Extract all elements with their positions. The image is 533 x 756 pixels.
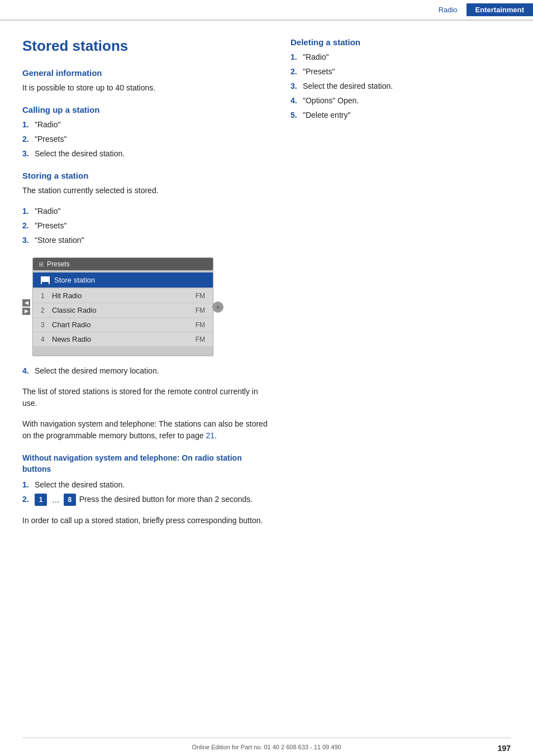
station-row-4[interactable]: 4 News Radio FM: [33, 332, 213, 346]
nav-entertainment[interactable]: Entertainment: [467, 3, 533, 16]
calling-up-steps: 1. "Radio" 2. "Presets" 3. Select the de…: [22, 119, 268, 160]
step-number: 4.: [291, 95, 303, 107]
step-number: 1.: [291, 51, 303, 63]
presets-header-label: Presets: [47, 260, 70, 268]
step-text: "Store station": [35, 235, 84, 246]
without-nav-title: Without navigation system and telephone:…: [22, 453, 268, 475]
calling-up-title: Calling up a station: [22, 105, 268, 114]
mockup-left-arrows: ◀ ▶: [22, 299, 30, 315]
store-station-icon: [41, 276, 50, 284]
step-text: "Presets": [303, 66, 335, 78]
step-number: 2.: [291, 66, 303, 78]
step-text: Select the desired memory location.: [35, 365, 159, 377]
without-nav-steps: 1. Select the desired station. 2. 1 … 8 …: [22, 479, 268, 506]
footer: Online Edition for Part no. 01 40 2 608 …: [0, 738, 533, 756]
top-navigation: Radio Entertainment: [0, 0, 533, 21]
list-item: 2. "Presets": [22, 133, 268, 145]
step-number: 2.: [22, 133, 35, 145]
mockup-right-plus: +: [212, 302, 223, 313]
arrow-left-icon: ◀: [22, 299, 30, 307]
dots-icon: …: [52, 495, 60, 504]
step-number: 1.: [22, 119, 35, 131]
step2-text: Press the desired button for more than 2…: [79, 495, 253, 504]
list-item: 4. "Options" Open.: [291, 95, 503, 107]
presets-mockup: ⊞ Presets Store station 1 Hit Radio FM 2: [32, 257, 213, 356]
step-text: 1 … 8 Press the desired button for more …: [35, 494, 253, 506]
without-nav-section: Without navigation system and telephone:…: [22, 453, 268, 527]
step-number: 3.: [22, 148, 35, 160]
station-number: 3: [41, 321, 52, 329]
list-item: 2. "Presets": [291, 66, 503, 78]
step-text: "Radio": [35, 119, 61, 131]
list-item: 3. Select the desired station.: [22, 148, 268, 160]
presets-mockup-outer: ◀ ▶ + ⊞ Presets Store station 1: [22, 257, 223, 356]
step-text: "Presets": [35, 220, 66, 232]
list-item: 3. Select the desired station.: [291, 80, 503, 92]
station-row-1[interactable]: 1 Hit Radio FM: [33, 289, 213, 303]
station-row-3[interactable]: 3 Chart Radio FM: [33, 318, 213, 332]
station-name: News Radio: [52, 335, 196, 343]
step-text: Select the desired station.: [35, 148, 125, 160]
deleting-station-section: Deleting a station 1. "Radio" 2. "Preset…: [291, 37, 503, 121]
station-number: 2: [41, 307, 52, 314]
after-step4-text2: With navigation system and telephone: Th…: [22, 418, 268, 442]
content-wrapper: Stored stations General information It i…: [0, 21, 533, 571]
deleting-station-steps: 1. "Radio" 2. "Presets" 3. Select the de…: [291, 51, 503, 121]
after-step4-text1: The list of stored stations is stored fo…: [22, 386, 268, 409]
page-title: Stored stations: [22, 37, 268, 55]
step-number: 1.: [22, 205, 35, 217]
step-number: 1.: [22, 479, 35, 491]
storing-station-text: The station currently selected is stored…: [22, 185, 268, 197]
page-link[interactable]: 21: [206, 431, 215, 440]
step-number: 2.: [22, 494, 35, 505]
step-number: 5.: [291, 109, 303, 121]
step-text: "Options" Open.: [303, 95, 359, 107]
right-column: Deleting a station 1. "Radio" 2. "Preset…: [291, 37, 503, 538]
final-text: In order to call up a stored station, br…: [22, 515, 268, 527]
presets-header: ⊞ Presets: [33, 258, 213, 270]
general-info-text: It is possible to store up to 40 station…: [22, 82, 268, 94]
station-number: 4: [41, 336, 52, 343]
station-band: FM: [196, 336, 205, 343]
station-row-2[interactable]: 2 Classic Radio FM: [33, 303, 213, 317]
list-item: 1. Select the desired station.: [22, 479, 268, 491]
plus-icon: +: [212, 302, 223, 313]
page-number: 197: [498, 744, 511, 753]
list-item: 5. "Delete entry": [291, 109, 503, 121]
button-1-icon: 1: [35, 494, 47, 506]
list-item: 2. 1 … 8 Press the desired button for mo…: [22, 494, 268, 506]
list-item: 1. "Radio": [291, 51, 503, 63]
button-8-icon: 8: [64, 494, 76, 506]
station-band: FM: [196, 321, 205, 329]
list-item: 2. "Presets": [22, 220, 268, 232]
step-text: Select the desired station.: [303, 80, 393, 92]
station-name: Classic Radio: [52, 306, 196, 314]
presets-icon: ⊞: [39, 261, 44, 268]
nav-radio[interactable]: Radio: [430, 3, 467, 16]
footer-content: Online Edition for Part no. 01 40 2 608 …: [0, 738, 533, 756]
store-station-label: Store station: [54, 276, 95, 284]
step-number: 3.: [291, 80, 303, 92]
station-name: Chart Radio: [52, 320, 196, 329]
arrow-right-icon: ▶: [22, 308, 30, 315]
step-number: 4.: [22, 365, 35, 377]
store-station-row[interactable]: Store station: [33, 272, 213, 288]
list-item: 3. "Store station": [22, 235, 268, 246]
step4-section: 4. Select the desired memory location. T…: [22, 365, 268, 442]
station-name: Hit Radio: [52, 291, 196, 300]
step-number: 3.: [22, 235, 35, 246]
list-item: 1. "Radio": [22, 119, 268, 131]
general-info-section: General information It is possible to st…: [22, 68, 268, 94]
step-text: "Radio": [35, 205, 61, 217]
storing-station-title: Storing a station: [22, 171, 268, 180]
deleting-station-title: Deleting a station: [291, 37, 503, 47]
list-item: 4. Select the desired memory location.: [22, 365, 268, 377]
step-text: "Delete entry": [303, 109, 350, 121]
left-column: Stored stations General information It i…: [22, 37, 268, 538]
calling-up-section: Calling up a station 1. "Radio" 2. "Pres…: [22, 105, 268, 160]
step-text: "Presets": [35, 133, 66, 145]
general-info-title: General information: [22, 68, 268, 78]
storing-station-steps: 1. "Radio" 2. "Presets" 3. "Store statio…: [22, 205, 268, 246]
storing-station-section: Storing a station The station currently …: [22, 171, 268, 246]
step-text: "Radio": [303, 51, 329, 63]
